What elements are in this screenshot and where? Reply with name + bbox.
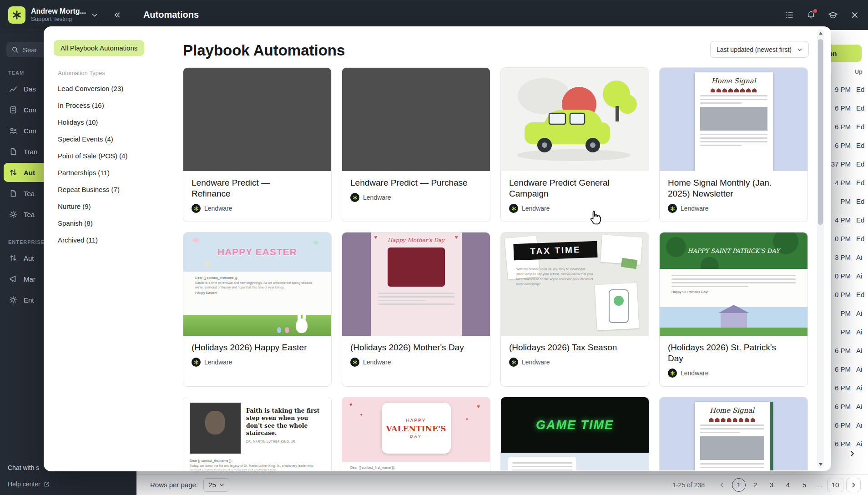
page-button-3[interactable]: 3 [765, 478, 778, 492]
page-button-1[interactable]: 1 [732, 478, 746, 492]
org-switcher[interactable]: Andrew Mortg... Support Testing [31, 7, 86, 23]
card-title: (Holidays 2026) Happy Easter [192, 342, 309, 353]
chevron-down-icon [797, 47, 802, 52]
learn-icon[interactable] [828, 10, 838, 20]
modal-filter-panel: All Playbook Automations Automation Type… [44, 26, 180, 471]
filter-all-playbook-automations[interactable]: All Playbook Automations [54, 40, 144, 56]
card-lendware-predict-general[interactable]: Lendware Predict General Campaign Lendwa… [500, 67, 649, 222]
filter-item[interactable]: Lead Conversion (23) [54, 80, 180, 97]
modal-scrollbar[interactable] [817, 29, 824, 469]
automation-icon [9, 253, 18, 263]
updated-time: 6 PM [835, 403, 851, 410]
page-button-10[interactable]: 10 [827, 478, 843, 492]
notification-badge [813, 9, 817, 13]
page-button-2[interactable]: 2 [748, 478, 762, 492]
card-happy-easter[interactable]: HAPPY EASTER Dear {{ contact_firstname }… [183, 232, 332, 387]
gear-icon [9, 295, 18, 304]
updated-time: PM [841, 328, 851, 336]
table-column-header: Up [855, 68, 863, 75]
table-footer: Rows per page: 25 1-25 of 238 1 2 3 4 5 … [136, 474, 868, 495]
card-thumbnail: TAX TIME With tax season upon us, you ma… [501, 232, 649, 336]
heart-decoration: ♥ [349, 402, 353, 407]
rows-per-page-select[interactable]: 25 [203, 478, 229, 492]
updated-time: 6 PM [835, 141, 851, 149]
card-valentines-day[interactable]: ♥ ♥ ♥ ♥ HAPPY VALENTINE'S DAY Dear {{ co… [342, 397, 490, 470]
org-name: Andrew Mortg... [31, 7, 86, 15]
scrollbar-thumb[interactable] [818, 39, 823, 225]
houses-decoration [700, 418, 764, 422]
house-illustration [721, 313, 747, 328]
org-logo-icon[interactable] [8, 6, 25, 24]
updated-time: 6 PM [835, 421, 851, 429]
card-game-time[interactable]: GAME TIME [500, 397, 649, 470]
page-button-5[interactable]: 5 [797, 478, 811, 492]
edited-by: Ed [856, 123, 865, 131]
card-mothers-day[interactable]: Happy Mother's Day (Holidays 2026) Mothe… [342, 232, 490, 387]
card-thumbnail [501, 68, 649, 171]
sort-dropdown[interactable]: Last updated (newest first) [710, 41, 809, 58]
updated-time: 6 PM [835, 104, 851, 112]
card-title: Lendware Predict — Refinance [192, 177, 309, 199]
close-icon[interactable] [850, 10, 860, 20]
document-icon [9, 189, 18, 198]
filter-item[interactable]: Partnerships (11) [54, 164, 180, 181]
search-icon [11, 46, 19, 53]
filter-item[interactable]: Nurture (9) [54, 198, 180, 215]
modal-title: Playbook Automations [183, 42, 345, 59]
chevron-down-icon[interactable] [91, 12, 98, 18]
filter-item[interactable]: Repeat Business (7) [54, 181, 180, 198]
page-button-4[interactable]: 4 [781, 478, 795, 492]
edited-by: Ai [856, 421, 865, 429]
notifications-bell-icon[interactable] [806, 10, 816, 20]
card-title: (Holidays 2026) St. Patrick's Day [668, 342, 785, 364]
card-thumbnail: GAME TIME [501, 397, 649, 470]
scroll-up-icon[interactable] [817, 30, 824, 36]
lendware-logo-icon [192, 358, 201, 367]
chat-launcher[interactable]: Chat with s [8, 464, 39, 471]
edited-by: Ai [856, 328, 865, 336]
scroll-right-icon[interactable] [846, 448, 858, 460]
page-title: Automations [143, 10, 199, 20]
prev-page-icon[interactable] [715, 478, 729, 492]
card-tax-season[interactable]: TAX TIME With tax season upon us, you ma… [500, 232, 649, 387]
playbook-automations-modal: All Playbook Automations Automation Type… [44, 26, 831, 471]
edited-by: Ai [856, 272, 865, 280]
card-lendware-predict-refinance[interactable]: Lendware Predict — Refinance Lendware [183, 67, 332, 222]
edited-by: Ed [856, 179, 865, 187]
filter-item[interactable]: Spanish (8) [54, 215, 180, 232]
next-page-icon[interactable] [846, 478, 861, 492]
edited-by: Ed [856, 104, 865, 112]
card-thumbnail: Faith is taking the first step even when… [183, 397, 331, 470]
edited-by: Ai [856, 253, 865, 261]
card-lendware-predict-purchase[interactable]: Lendware Predict — Purchase Lendware [342, 67, 490, 222]
heart-decoration: ♥ [477, 404, 480, 409]
filter-item[interactable]: Special Events (4) [54, 131, 180, 147]
bunny-illustration [296, 318, 308, 333]
edited-by: Ed [856, 235, 865, 242]
filter-item[interactable]: In Process (16) [54, 97, 180, 114]
card-brand: Lendware [509, 358, 641, 367]
filter-item[interactable]: Holidays (10) [54, 114, 180, 131]
collapse-sidebar-icon[interactable] [113, 11, 121, 19]
card-brand: Lendware [192, 358, 323, 367]
card-mlk-day[interactable]: Faith is taking the first step even when… [183, 397, 332, 470]
filter-item[interactable]: Archived (11) [54, 232, 180, 248]
updated-time: 6 PM [835, 384, 851, 392]
updated-time: 0 PM [835, 235, 851, 242]
org-subtitle: Support Testing [31, 15, 86, 23]
updated-time: 4 PM [835, 179, 851, 187]
newsletter-photo [700, 107, 767, 131]
updated-time: 0 PM [835, 272, 851, 280]
edited-by: Ai [856, 403, 865, 410]
document-icon [9, 147, 18, 156]
help-center-link[interactable]: Help center [8, 480, 50, 488]
card-st-patricks-day[interactable]: HAPPY SAINT PATRICK'S DAY Happy St. Patr… [659, 232, 808, 387]
card-home-signal-newsletter[interactable]: Home Signal [659, 397, 808, 470]
tasks-list-icon[interactable] [784, 10, 794, 20]
clipboard-icon [9, 105, 18, 114]
card-title: Lendware Predict — Purchase [350, 177, 468, 188]
scroll-down-icon[interactable] [817, 461, 824, 468]
card-home-signal-jan-2025[interactable]: Home Signal Home Signal Monthly (Jan. 20… [659, 67, 808, 222]
card-brand: Lendware [509, 204, 641, 213]
filter-item[interactable]: Point of Sale (POS) (4) [54, 147, 180, 164]
